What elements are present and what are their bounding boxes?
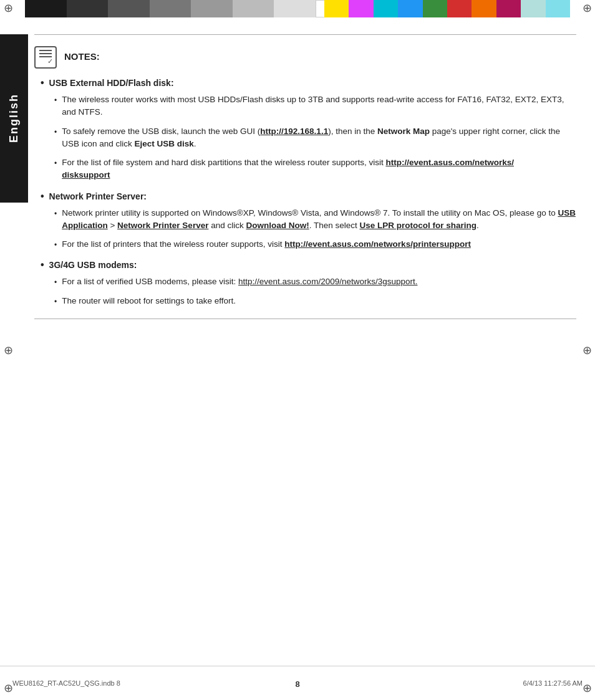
printer-items: • Network printer utility is supported o… [54,207,576,251]
usb-hdd-text-3: For the list of file system and hard dis… [62,156,576,182]
swatch-black [25,0,67,17]
footer: WEU8162_RT-AC52U_QSG.indb 8 8 6/4/13 11:… [0,666,595,700]
reg-mark-mid-right: ⊕ [580,343,594,357]
printer-label: Network Printer Server: [49,191,147,201]
url-disksupport[interactable]: http://event.asus.com/networks/disksuppo… [62,158,514,180]
swatch-cyan [374,0,398,17]
swatch-gray2 [150,0,191,17]
usb-hdd-text-1: The wireless router works with most USB … [62,93,576,119]
reg-mark-top-left: ⊕ [1,1,15,15]
use-lpr-link[interactable]: Use LPR protocol for sharing [359,221,476,230]
notes-title: NOTES: [64,46,100,62]
top-rule [34,34,576,35]
color-swatches-right [324,0,570,17]
section-usb-hdd-title: • USB External HDD/Flash disk: [41,77,576,89]
3g-text-1: For a list of verified USB modems, pleas… [62,276,576,288]
network-map-bold: Network Map [377,127,430,136]
footer-filename: WEU8162_RT-AC52U_QSG.indb 8 [12,679,120,687]
usb-hdd-item-3: • For the list of file system and hard d… [54,156,576,182]
printer-text-1: Network printer utility is supported on … [62,207,576,233]
usb-hdd-item-1: • The wireless router works with most US… [54,93,576,119]
swatch-orange [472,0,496,17]
sub-bullet-3: • [54,158,57,169]
swatch-red [447,0,472,17]
swatch-gray1 [108,0,150,17]
usb-hdd-label: USB External HDD/Flash disk: [49,78,174,88]
usb-hdd-text-2: To safely remove the USB disk, launch th… [62,125,576,151]
network-printer-server-link[interactable]: Network Printer Server [117,221,208,230]
color-swatches-left [25,0,358,17]
3g-item-2: • The router will reboot for settings to… [54,295,576,307]
swatch-light-gray [274,0,316,17]
footer-timestamp: 6/4/13 11:27:56 AM [523,679,583,687]
bullet-usb: • [41,77,44,89]
sidebar-english: English [0,34,28,203]
sub-bullet-2: • [54,127,57,138]
usb-hdd-items: • The wireless router works with most US… [54,93,576,182]
note-header: NOTES: [34,46,576,69]
swatch-blue [398,0,422,17]
sidebar-label: English [7,93,21,143]
bullet-printer: • [41,191,44,202]
swatch-yellow [324,0,349,17]
swatch-dark-gray [67,0,109,17]
sub-bullet-7: • [54,296,57,307]
3g-item-1: • For a list of verified USB modems, ple… [54,276,576,288]
printer-item-1: • Network printer utility is supported o… [54,207,576,233]
3g-label: 3G/4G USB modems: [49,260,137,270]
3g-items: • For a list of verified USB modems, ple… [54,276,576,307]
section-usb-hdd: • USB External HDD/Flash disk: • The wir… [41,77,576,182]
section-printer-title: • Network Printer Server: [41,191,576,202]
printer-text-2: For the list of printers that the wirele… [62,238,576,251]
note-icon [34,46,57,69]
swatch-light-cyan [546,0,570,17]
sub-bullet-4: • [54,208,57,219]
section-printer: • Network Printer Server: • Network prin… [41,191,576,251]
swatch-gray3 [191,0,233,17]
page-number: 8 [295,679,299,689]
sub-bullet-5: • [54,239,57,251]
usb-hdd-item-2: • To safely remove the USB disk, launch … [54,125,576,151]
swatch-green [423,0,447,17]
url-192[interactable]: http://192.168.1.1 [260,127,328,136]
swatch-pink [496,0,521,17]
url-3gsupport[interactable]: http://event.asus.com/2009/networks/3gsu… [238,277,417,286]
bullet-3g: • [41,259,44,271]
section-3g-title: • 3G/4G USB modems: [41,259,576,271]
reg-mark-mid-left: ⊕ [1,343,15,357]
bottom-rule [34,319,576,319]
printer-item-2: • For the list of printers that the wire… [54,238,576,251]
eject-usb-bold: Eject USB disk [135,139,194,148]
sub-bullet-6: • [54,277,57,288]
swatch-gray4 [233,0,274,17]
swatch-light-teal [521,0,545,17]
download-now-link[interactable]: Download Now! [246,221,309,230]
sub-bullet-1: • [54,95,57,106]
main-content: NOTES: • USB External HDD/Flash disk: • … [34,34,576,663]
swatch-magenta [349,0,373,17]
section-3g: • 3G/4G USB modems: • For a list of veri… [41,259,576,307]
reg-mark-top-right: ⊕ [580,1,594,15]
url-printersupport[interactable]: http://event.asus.com/networks/printersu… [284,239,471,249]
3g-text-2: The router will reboot for settings to t… [62,295,576,307]
